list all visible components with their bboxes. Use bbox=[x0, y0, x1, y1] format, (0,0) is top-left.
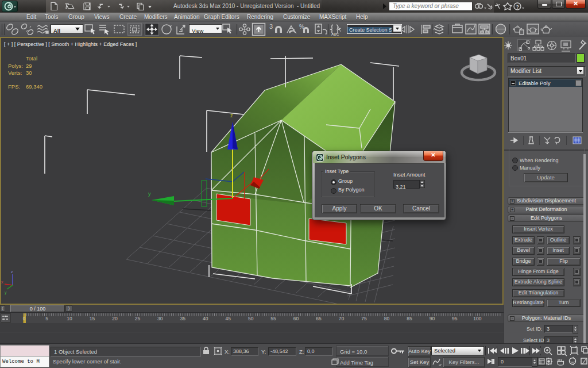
svg-text:40: 40 bbox=[203, 316, 208, 321]
svg-text:75: 75 bbox=[361, 316, 367, 321]
svg-text:y: y bbox=[148, 191, 151, 197]
svg-text:x: x bbox=[1, 280, 3, 284]
svg-text:15: 15 bbox=[90, 316, 95, 321]
svg-text:70: 70 bbox=[339, 316, 345, 321]
svg-text:65: 65 bbox=[316, 316, 322, 321]
svg-text:95: 95 bbox=[452, 316, 458, 321]
svg-text:35: 35 bbox=[180, 316, 186, 321]
svg-text:30: 30 bbox=[157, 316, 163, 321]
svg-text:z: z bbox=[11, 270, 13, 274]
svg-text:45: 45 bbox=[225, 316, 231, 321]
svg-text:80: 80 bbox=[384, 316, 390, 321]
svg-text:3: 3 bbox=[269, 23, 273, 30]
svg-text:100: 100 bbox=[473, 316, 481, 321]
svg-text:60: 60 bbox=[293, 316, 299, 321]
svg-text:90: 90 bbox=[430, 316, 435, 321]
svg-text:50: 50 bbox=[248, 316, 254, 321]
svg-text:?: ? bbox=[516, 4, 520, 10]
svg-text:20: 20 bbox=[112, 316, 118, 321]
svg-text:0: 0 bbox=[23, 316, 26, 321]
svg-text:25: 25 bbox=[135, 316, 141, 321]
svg-text:5: 5 bbox=[45, 316, 48, 321]
svg-text:z: z bbox=[230, 113, 233, 118]
svg-text:y: y bbox=[5, 290, 7, 295]
svg-text:85: 85 bbox=[407, 316, 412, 321]
svg-text:10: 10 bbox=[67, 316, 72, 321]
svg-text:55: 55 bbox=[270, 316, 276, 321]
svg-text:ABC: ABC bbox=[331, 32, 339, 36]
